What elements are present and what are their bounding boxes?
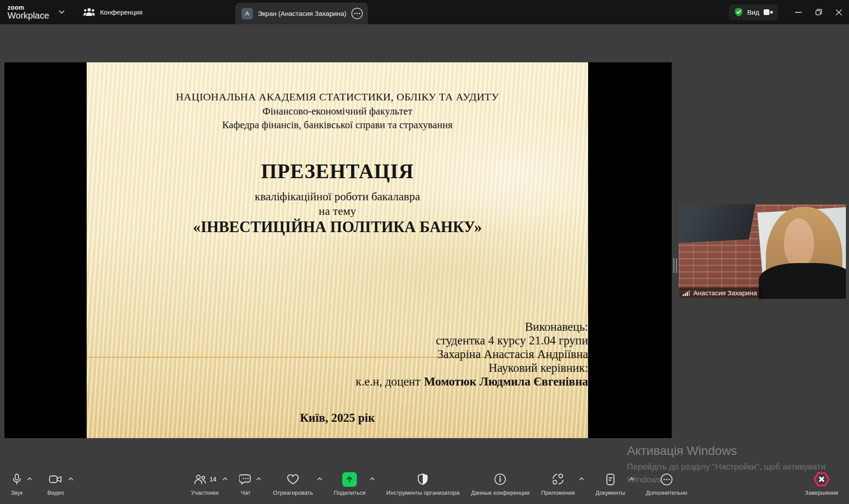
participants-count: 14	[210, 476, 217, 483]
documents-options-chevron[interactable]	[629, 477, 635, 481]
presentation-slide: НАЦІОНАЛЬНА АКАДЕМІЯ СТАТИСТИКИ, ОБЛІКУ …	[87, 62, 588, 438]
participant-avatar: A	[241, 8, 253, 19]
student-group: студентка 4 курсу 21.04 групи	[356, 334, 588, 347]
tab-options-ellipsis-icon[interactable]	[351, 8, 363, 19]
react-button[interactable]: Отреагировать	[273, 472, 313, 496]
react-label: Отреагировать	[273, 489, 313, 496]
credits-block: Виконавець: студентка 4 курсу 21.04 груп…	[356, 320, 588, 389]
video-label: Видео	[47, 489, 64, 496]
panel-resize-handle[interactable]	[673, 258, 677, 273]
logo-zoom-text: zoom	[8, 4, 49, 11]
more-label: Дополнительно	[646, 489, 688, 496]
chat-button[interactable]: Чат	[239, 472, 252, 496]
slide-subtitle-2: на тему	[87, 205, 588, 218]
video-options-chevron[interactable]	[68, 477, 73, 481]
titlebar-right-controls: Вид	[729, 0, 849, 24]
audio-options-chevron[interactable]	[27, 477, 32, 481]
student-name: Захаріна Анастасія Андріївна	[356, 347, 588, 361]
meeting-info-label: Данные конференции	[471, 489, 529, 496]
host-tools-label: Инструменты организатора	[386, 489, 460, 496]
tab-screen-share-label: Экран (Анастасия Захарина)	[258, 10, 346, 17]
host-tools-button[interactable]: Инструменты организатора	[386, 472, 460, 496]
connection-signal-icon	[682, 290, 690, 296]
chat-label: Чат	[241, 489, 251, 496]
chat-icon	[239, 472, 252, 486]
apps-icon	[551, 472, 565, 486]
tab-screen-share[interactable]: A Экран (Анастасия Захарина)	[235, 3, 368, 24]
share-screen-icon	[342, 472, 357, 487]
supervisor-name-line: к.е.н, доцентМомотюк Людмила Євгенівна	[356, 375, 588, 389]
camera-icon	[49, 472, 62, 486]
faculty-name: Фінансово-економічний факультет	[87, 104, 588, 118]
supervisor-label: Науковий керівник:	[356, 361, 588, 375]
share-screen-button[interactable]: Поделиться	[334, 472, 366, 496]
toolbar-left-group: Звук Видео	[11, 472, 73, 496]
leave-meeting-label: Завершение	[805, 489, 838, 496]
toolbar-center-group: 14 Участники	[191, 472, 687, 496]
thesis-topic: «ІНВЕСТИЦІЙНА ПОЛІТИКА БАНКУ»	[87, 218, 588, 236]
documents-label: Документы	[596, 489, 625, 496]
view-button[interactable]: Вид	[729, 4, 778, 20]
slide-title: ПРЕЗЕНТАЦІЯ	[87, 160, 588, 183]
heart-icon	[286, 472, 300, 486]
share-options-chevron[interactable]	[370, 477, 375, 481]
more-button[interactable]: Дополнительно	[646, 472, 688, 496]
leave-meeting-button[interactable]: Завершение	[805, 472, 838, 496]
minimize-button[interactable]	[788, 0, 808, 24]
audio-button[interactable]: Звук	[11, 472, 23, 496]
participant-body	[759, 263, 846, 299]
video-button[interactable]: Видео	[47, 472, 64, 496]
chat-options-chevron[interactable]	[256, 477, 261, 481]
participant-name-label: Анастасия Захарина	[693, 289, 757, 297]
apps-label: Приложения	[541, 489, 575, 496]
shared-screen-view: НАЦІОНАЛЬНА АКАДЕМІЯ СТАТИСТИКИ, ОБЛІКУ …	[4, 62, 672, 438]
security-shield-icon	[734, 7, 743, 17]
participants-label: Участники	[191, 489, 218, 496]
zoom-workplace-logo: zoom Workplace	[0, 0, 49, 24]
titlebar: zoom Workplace Конференция A Экран (Анас…	[0, 0, 849, 24]
apps-options-chevron[interactable]	[579, 477, 584, 481]
meeting-info-button[interactable]: Данные конференции	[471, 472, 529, 496]
slide-header: НАЦІОНАЛЬНА АКАДЕМІЯ СТАТИСТИКИ, ОБЛІКУ …	[87, 90, 588, 132]
participant-face	[784, 218, 814, 267]
audio-label: Звук	[11, 489, 23, 496]
logo-workplace-text: Workplace	[8, 11, 49, 20]
slide-subtitle: кваліфікаційної роботи бакалавра	[87, 190, 588, 203]
info-icon	[494, 472, 506, 486]
host-tools-shield-icon	[417, 472, 428, 486]
zoom-workplace-window: zoom Workplace Конференция A Экран (Анас…	[0, 0, 849, 504]
academy-name: НАЦІОНАЛЬНА АКАДЕМІЯ СТАТИСТИКИ, ОБЛІКУ …	[87, 90, 588, 104]
document-icon	[605, 472, 616, 486]
participants-options-chevron[interactable]	[222, 477, 228, 481]
close-window-button[interactable]	[829, 0, 849, 24]
view-button-label: Вид	[747, 8, 759, 16]
participants-icon	[193, 473, 207, 485]
participants-button[interactable]: 14 Участники	[191, 472, 218, 496]
toolbar-right-group: Завершение	[805, 472, 838, 496]
layout-view-icon	[763, 9, 773, 16]
participant-name-tag: Анастасия Захарина	[679, 287, 762, 299]
react-options-chevron[interactable]	[317, 477, 322, 481]
share-screen-label: Поделиться	[334, 489, 366, 496]
people-icon	[83, 8, 95, 17]
microphone-icon	[11, 472, 23, 486]
apps-button[interactable]: Приложения	[541, 472, 575, 496]
executor-label: Виконавець:	[356, 320, 588, 334]
meeting-toolbar: Звук Видео	[0, 464, 849, 504]
watermark-title: Активація Windows	[627, 444, 826, 458]
restore-window-button[interactable]	[808, 0, 829, 24]
documents-button[interactable]: Документы	[596, 472, 625, 496]
tab-conference[interactable]: Конференция	[79, 0, 147, 24]
leave-meeting-icon	[813, 472, 830, 486]
more-ellipsis-icon	[660, 472, 673, 486]
tab-conference-label: Конференция	[100, 8, 142, 16]
department-name: Кафедра фінансів, банківської справи та …	[87, 118, 588, 132]
workspace-chevron-down-icon[interactable]	[59, 0, 65, 24]
participant-video-tile[interactable]: Анастасия Захарина	[679, 204, 846, 299]
slide-footer: Київ, 2025 рік	[87, 411, 588, 425]
